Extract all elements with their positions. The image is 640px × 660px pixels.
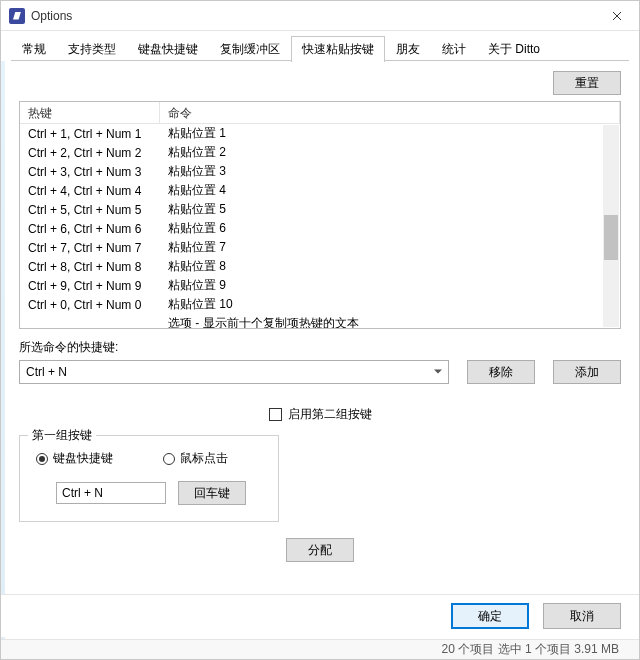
reset-button[interactable]: 重置: [553, 71, 621, 95]
table-row[interactable]: Ctrl + 3, Ctrl + Num 3粘贴位置 3: [20, 162, 620, 181]
column-header-hotkey[interactable]: 热键: [20, 102, 160, 123]
table-row[interactable]: Ctrl + 2, Ctrl + Num 2粘贴位置 2: [20, 143, 620, 162]
shortcut-combo[interactable]: Ctrl + N: [19, 360, 449, 384]
scrollbar-thumb[interactable]: [604, 215, 618, 260]
table-row[interactable]: Ctrl + 5, Ctrl + Num 5粘贴位置 5: [20, 200, 620, 219]
tab-about-ditto[interactable]: 关于 Ditto: [477, 36, 551, 62]
status-bar: 20 个项目 选中 1 个项目 3.91 MB: [1, 639, 639, 659]
table-row[interactable]: Ctrl + 0, Ctrl + Num 0粘贴位置 10: [20, 295, 620, 314]
remove-button[interactable]: 移除: [467, 360, 535, 384]
shortcut-combo-value: Ctrl + N: [26, 365, 67, 379]
group1-fieldset: 第一组按键 键盘快捷键 鼠标点击 Ctrl + N 回车键: [19, 435, 279, 522]
cancel-button[interactable]: 取消: [543, 603, 621, 629]
listview-body: Ctrl + 1, Ctrl + Num 1粘贴位置 1 Ctrl + 2, C…: [20, 124, 620, 328]
key-input[interactable]: Ctrl + N: [56, 482, 166, 504]
ok-button[interactable]: 确定: [451, 603, 529, 629]
tab-friends[interactable]: 朋友: [385, 36, 431, 62]
column-header-command[interactable]: 命令: [160, 102, 620, 123]
radio-mouse[interactable]: 鼠标点击: [163, 450, 228, 467]
app-icon: [9, 8, 25, 24]
close-button[interactable]: [594, 1, 639, 31]
titlebar: Options: [1, 1, 639, 31]
tab-keyboard-shortcuts[interactable]: 键盘快捷键: [127, 36, 209, 62]
table-row[interactable]: 选项 - 显示前十个复制项热键的文本: [20, 314, 620, 328]
tab-strip: 常规 支持类型 键盘快捷键 复制缓冲区 快速粘贴按键 朋友 统计 关于 Ditt…: [1, 31, 639, 61]
add-button[interactable]: 添加: [553, 360, 621, 384]
tab-quick-paste-keys[interactable]: 快速粘贴按键: [291, 36, 385, 62]
radio-empty-icon: [163, 453, 175, 465]
close-icon: [612, 11, 622, 21]
key-input-value: Ctrl + N: [62, 486, 103, 500]
table-row[interactable]: Ctrl + 9, Ctrl + Num 9粘贴位置 9: [20, 276, 620, 295]
tab-general[interactable]: 常规: [11, 36, 57, 62]
status-text: 20 个项目 选中 1 个项目 3.91 MB: [442, 641, 619, 658]
hotkey-listview[interactable]: 热键 命令 Ctrl + 1, Ctrl + Num 1粘贴位置 1 Ctrl …: [19, 101, 621, 329]
enable-group2-label: 启用第二组按键: [288, 406, 372, 423]
selected-command-label: 所选命令的快捷键:: [19, 339, 621, 356]
tab-supported-types[interactable]: 支持类型: [57, 36, 127, 62]
assign-button[interactable]: 分配: [286, 538, 354, 562]
group1-legend: 第一组按键: [28, 427, 96, 444]
tab-copy-buffer[interactable]: 复制缓冲区: [209, 36, 291, 62]
table-row[interactable]: Ctrl + 4, Ctrl + Num 4粘贴位置 4: [20, 181, 620, 200]
enable-group2-checkbox[interactable]: [269, 408, 282, 421]
radio-dot-icon: [36, 453, 48, 465]
enter-key-button[interactable]: 回车键: [178, 481, 246, 505]
tab-content: 重置 热键 命令 Ctrl + 1, Ctrl + Num 1粘贴位置 1 Ct…: [1, 61, 639, 582]
table-row[interactable]: Ctrl + 7, Ctrl + Num 7粘贴位置 7: [20, 238, 620, 257]
radio-keyboard[interactable]: 键盘快捷键: [36, 450, 113, 467]
listview-header: 热键 命令: [20, 102, 620, 124]
table-row[interactable]: Ctrl + 6, Ctrl + Num 6粘贴位置 6: [20, 219, 620, 238]
table-row[interactable]: Ctrl + 8, Ctrl + Num 8粘贴位置 8: [20, 257, 620, 276]
radio-keyboard-label: 键盘快捷键: [53, 450, 113, 467]
tab-stats[interactable]: 统计: [431, 36, 477, 62]
table-row[interactable]: Ctrl + 1, Ctrl + Num 1粘贴位置 1: [20, 124, 620, 143]
dialog-buttons: 确定 取消: [1, 594, 639, 637]
radio-mouse-label: 鼠标点击: [180, 450, 228, 467]
scrollbar[interactable]: [603, 125, 619, 327]
window-title: Options: [31, 9, 594, 23]
